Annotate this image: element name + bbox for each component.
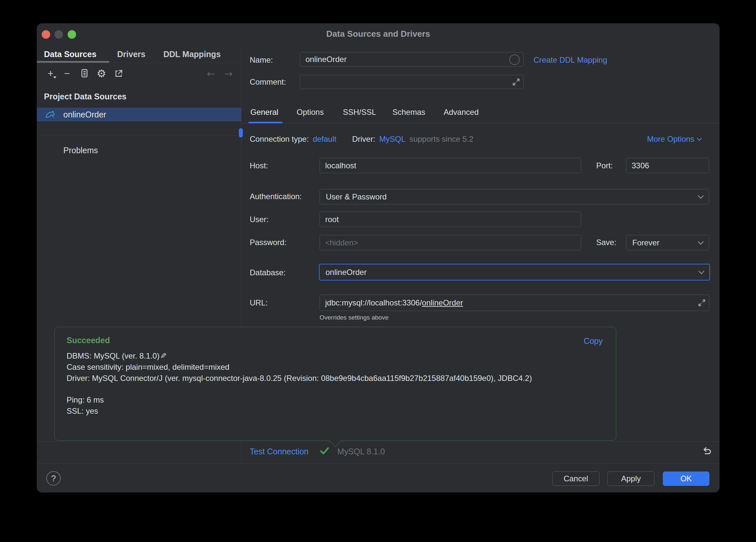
add-data-source-button[interactable]: + [44, 67, 57, 80]
chevron-down-icon [697, 136, 702, 141]
comment-input[interactable] [300, 75, 524, 89]
sidebar-tabs-separator [37, 63, 241, 63]
undo-icon [701, 446, 712, 456]
tab-advanced[interactable]: Advanced [444, 105, 479, 119]
back-button[interactable]: ← [205, 67, 217, 80]
url-field[interactable]: jdbc:mysql://localhost:3306/onlineOrder [320, 295, 709, 311]
url-database-part[interactable]: onlineOrder [422, 298, 463, 307]
driver-label: Driver: [352, 135, 375, 144]
connection-type-value[interactable]: default [313, 135, 336, 144]
result-line-ssl: SSL: yes [67, 406, 604, 417]
pencil-icon[interactable]: ✎ [160, 350, 167, 362]
cancel-button[interactable]: Cancel [552, 471, 599, 486]
database-select[interactable]: onlineOrder [319, 264, 710, 281]
test-connection-link[interactable]: Test Connection [250, 447, 308, 456]
arrow-left-icon: ← [207, 68, 215, 79]
authentication-label: Authentication: [250, 192, 302, 201]
more-options-label: More Options [647, 135, 694, 144]
help-button[interactable]: ? [46, 471, 61, 486]
name-field-wrap [300, 52, 524, 67]
database-label: Database: [250, 268, 285, 278]
forward-button[interactable]: → [222, 67, 235, 80]
mysql-dolphin-icon [45, 110, 55, 119]
result-line-dbms: DBMS: MySQL (ver. 8.1.0)✎ [67, 350, 604, 362]
copy-result-link[interactable]: Copy [584, 336, 603, 346]
data-source-item-onlineorder[interactable]: onlineOrder [37, 108, 241, 121]
database-value: onlineOrder [325, 268, 367, 277]
comment-label: Comment: [250, 77, 286, 87]
save-select[interactable]: Forever [626, 235, 709, 250]
active-tab-indicator [37, 61, 109, 63]
sidebar-item-problems[interactable]: Problems [63, 145, 98, 155]
export-icon [114, 69, 123, 78]
tab-ddl-mappings[interactable]: DDL Mappings [163, 47, 221, 61]
name-input[interactable] [300, 52, 524, 67]
chevron-down-icon [698, 268, 704, 274]
data-source-settings-button[interactable]: ⚙ [95, 67, 108, 80]
splitter-handle[interactable] [239, 128, 243, 137]
window-title: Data Sources and Drivers [37, 29, 720, 39]
footer-separator [37, 463, 720, 464]
tab-ssh-ssl[interactable]: SSH/SSL [343, 105, 376, 119]
password-input[interactable] [320, 235, 581, 250]
arrow-right-icon: → [224, 68, 232, 79]
result-line-case: Case sensitivity: plain=mixed, delimited… [67, 362, 604, 373]
apply-button[interactable]: Apply [607, 471, 655, 486]
minus-icon: − [64, 68, 70, 79]
revert-button[interactable] [700, 445, 713, 457]
connection-result-panel: Succeeded Copy DBMS: MySQL (ver. 8.1.0)✎… [54, 327, 616, 441]
server-version: MySQL 8.1.0 [337, 447, 385, 456]
authentication-select[interactable]: User & Password [320, 189, 709, 204]
ok-button[interactable]: OK [663, 471, 709, 486]
expand-comment-button[interactable] [512, 78, 520, 86]
port-label: Port: [596, 161, 613, 171]
driver-note: supports since 5.2 [409, 135, 473, 144]
help-icon: ? [51, 473, 56, 484]
data-sources-dialog: Data Sources and Drivers Data Sources Dr… [37, 23, 720, 492]
url-prefix: jdbc:mysql://localhost:3306/ [325, 298, 422, 307]
create-ddl-mapping-link[interactable]: Create DDL Mapping [534, 55, 607, 65]
export-data-source-button[interactable] [112, 67, 125, 80]
tab-drivers[interactable]: Drivers [117, 47, 145, 61]
url-note: Overrides settings above [320, 314, 389, 321]
form-tabs-separator [241, 123, 720, 123]
host-label: Host: [250, 161, 268, 171]
expand-icon [512, 78, 520, 86]
name-label: Name: [250, 55, 273, 65]
tab-options[interactable]: Options [297, 105, 324, 119]
host-input[interactable] [320, 158, 581, 173]
remove-data-source-button[interactable]: − [61, 67, 73, 80]
chevron-down-icon [698, 239, 703, 244]
duplicate-data-source-button[interactable] [78, 67, 91, 80]
tab-schemas[interactable]: Schemas [392, 105, 425, 119]
driver-value[interactable]: MySQL [379, 135, 406, 144]
user-field-wrap [320, 212, 581, 227]
gear-icon: ⚙ [97, 67, 106, 80]
more-options-link[interactable]: More Options [647, 134, 701, 144]
connection-type-label: Connection type: [250, 135, 309, 144]
connection-type-row: Connection type: default Driver: MySQL s… [250, 134, 473, 144]
expand-icon [698, 299, 706, 307]
status-row-separator [37, 442, 720, 442]
save-label: Save: [596, 238, 616, 247]
save-value: Forever [632, 238, 660, 247]
url-field-wrap: jdbc:mysql://localhost:3306/onlineOrder [320, 295, 709, 311]
user-input[interactable] [320, 212, 581, 227]
dropdown-triangle-icon [53, 76, 56, 78]
data-source-item-label: onlineOrder [63, 110, 106, 119]
result-status: Succeeded [67, 336, 604, 345]
port-field-wrap [626, 158, 709, 173]
plus-icon: + [48, 68, 53, 79]
tab-general[interactable]: General [250, 105, 278, 119]
user-label: User: [250, 215, 268, 224]
tab-data-sources[interactable]: Data Sources [44, 47, 96, 61]
expand-url-button[interactable] [698, 299, 706, 307]
port-input[interactable] [626, 158, 709, 173]
authentication-value: User & Password [326, 192, 387, 201]
result-line-driver: Driver: MySQL Connector/J (ver. mysql-co… [67, 373, 604, 384]
comment-field-wrap [300, 75, 524, 89]
result-line-ping: Ping: 6 ms [67, 394, 604, 406]
password-field-wrap [320, 235, 581, 250]
project-data-sources-header: Project Data Sources [44, 92, 127, 101]
name-progress-circle-icon [509, 54, 520, 65]
